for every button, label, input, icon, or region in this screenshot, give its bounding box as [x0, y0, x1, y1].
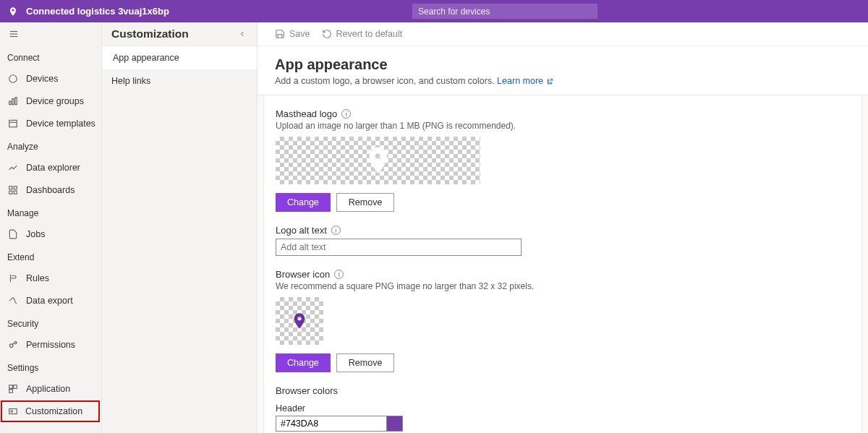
sidebar-item-rules[interactable]: Rules: [0, 267, 101, 289]
sidebar-item-permissions[interactable]: Permissions: [0, 333, 101, 356]
sidebar-item-label: Application: [26, 384, 70, 394]
subnav-item-help-links[interactable]: Help links: [102, 69, 257, 93]
revert-icon: [322, 29, 332, 39]
subnav-title-row: Customization: [102, 22, 257, 46]
page-desc-text: Add a custom logo, a browser icon, and c…: [275, 76, 495, 86]
permissions-icon: [7, 339, 19, 351]
info-icon[interactable]: i: [334, 270, 344, 279]
masthead: Connected logistics 3vuaj1x6bp: [0, 0, 868, 22]
location-pin-icon: [368, 147, 388, 173]
page-description: Add a custom logo, a browser icon, and c…: [275, 76, 851, 86]
sidebar-item-dashboards[interactable]: Dashboards: [0, 179, 101, 201]
svg-rect-5: [12, 98, 14, 104]
side-group-extend: Extend: [0, 245, 101, 267]
browser-icon-change-button[interactable]: Change: [276, 353, 331, 372]
app-location-icon: [6, 4, 20, 19]
sidebar-item-data-export[interactable]: Data export: [0, 289, 101, 312]
svg-rect-7: [9, 120, 17, 127]
subnav-item-app-appearance[interactable]: App appearance: [102, 46, 257, 69]
side-group-settings: Settings: [0, 356, 101, 377]
info-icon[interactable]: i: [331, 226, 341, 235]
masthead-logo-hint: Upload an image no larger than 1 MB (PNG…: [276, 121, 850, 131]
browser-icon-preview: [276, 297, 323, 345]
svg-point-3: [9, 74, 17, 82]
sidebar-item-customization[interactable]: Customization: [1, 400, 100, 422]
sidebar-item-label: Dashboards: [26, 185, 75, 195]
svg-rect-15: [14, 385, 17, 388]
sidebar-item-label: Customization: [25, 406, 82, 416]
browser-icon-label-row: Browser icon i: [276, 269, 850, 280]
sidebar-item-data-explorer[interactable]: Data explorer: [0, 156, 101, 179]
masthead-logo-label: Masthead logo: [276, 108, 337, 119]
rules-icon: [7, 273, 19, 284]
sidebar-item-application[interactable]: Application: [0, 377, 101, 400]
header-color-label: Header: [276, 403, 850, 413]
sidebar-item-label: Data explorer: [26, 163, 80, 173]
collapse-subnav-button[interactable]: [235, 27, 250, 41]
revert-label: Revert to default: [336, 29, 403, 39]
save-button[interactable]: Save: [275, 29, 310, 39]
masthead-remove-button[interactable]: Remove: [336, 193, 395, 212]
logo-alt-label: Logo alt text: [276, 225, 327, 236]
learn-more-label: Learn more: [497, 76, 543, 86]
save-icon: [275, 29, 285, 39]
devices-icon: [7, 73, 19, 85]
svg-rect-4: [9, 101, 11, 105]
browser-colors-label: Browser colors: [276, 385, 850, 396]
content-scroll[interactable]: Masthead logo i Upload an image no large…: [258, 95, 868, 433]
hamburger-button[interactable]: [0, 22, 101, 46]
browser-icon-remove-button[interactable]: Remove: [336, 353, 395, 372]
search-wrap: [412, 4, 597, 19]
toolbar: Save Revert to default: [258, 22, 868, 46]
device-templates-icon: [7, 118, 19, 129]
data-explorer-icon: [7, 162, 19, 173]
sidebar-item-jobs[interactable]: Jobs: [0, 223, 101, 245]
sidebar: Connect Devices Device groups Device tem…: [0, 22, 102, 433]
logo-alt-input[interactable]: [276, 239, 522, 256]
side-group-analyze: Analyze: [0, 134, 101, 156]
sidebar-item-label: Device templates: [26, 119, 95, 129]
sidebar-item-label: Device groups: [26, 96, 84, 106]
page-title: App appearance: [275, 56, 851, 73]
device-groups-icon: [7, 95, 19, 107]
subnav: Customization App appearance Help links: [102, 22, 258, 433]
sidebar-item-label: Data export: [26, 296, 73, 306]
appearance-panel: Masthead logo i Upload an image no large…: [263, 95, 862, 433]
svg-rect-6: [15, 97, 17, 104]
side-group-security: Security: [0, 312, 101, 333]
svg-rect-11: [9, 191, 12, 194]
logo-alt-label-row: Logo alt text i: [276, 225, 850, 236]
dashboards-icon: [7, 184, 19, 196]
browser-icon-label: Browser icon: [276, 269, 330, 280]
application-icon: [7, 383, 19, 395]
subnav-item-label: Help links: [111, 76, 150, 86]
sidebar-item-device-templates[interactable]: Device templates: [0, 112, 101, 134]
customization-icon: [8, 406, 18, 416]
masthead-logo-label-row: Masthead logo i: [276, 108, 850, 119]
masthead-change-button[interactable]: Change: [276, 193, 331, 212]
sidebar-item-label: Rules: [26, 273, 49, 283]
revert-button[interactable]: Revert to default: [322, 29, 403, 39]
browser-icon-hint: We recommend a square PNG image no large…: [276, 281, 850, 291]
learn-more-link[interactable]: Learn more: [497, 76, 553, 86]
main: Save Revert to default App appearance Ad…: [258, 22, 868, 433]
svg-rect-16: [9, 389, 13, 393]
app-name: Connected logistics 3vuaj1x6bp: [26, 6, 169, 17]
location-pin-icon: [294, 313, 305, 329]
svg-rect-12: [14, 191, 17, 194]
save-label: Save: [289, 29, 310, 39]
page-header: App appearance Add a custom logo, a brow…: [258, 46, 868, 95]
info-icon[interactable]: i: [341, 109, 351, 119]
data-export-icon: [7, 295, 19, 306]
subnav-title: Customization: [111, 27, 189, 40]
sidebar-item-device-groups[interactable]: Device groups: [0, 90, 101, 112]
side-group-connect: Connect: [0, 46, 101, 67]
header-color-swatch[interactable]: [387, 416, 403, 432]
external-link-icon: [546, 78, 553, 85]
subnav-item-label: App appearance: [113, 53, 179, 63]
header-color-input[interactable]: [276, 416, 387, 432]
masthead-logo-preview: [276, 137, 480, 184]
search-input[interactable]: [412, 4, 597, 19]
sidebar-item-devices[interactable]: Devices: [0, 67, 101, 90]
svg-rect-14: [9, 385, 13, 388]
